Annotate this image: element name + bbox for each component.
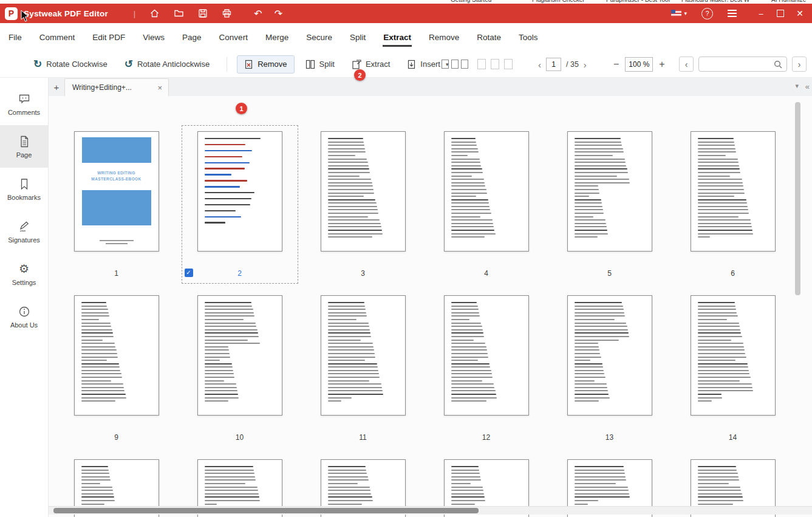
vertical-scrollbar[interactable] (795, 102, 800, 295)
menu-file[interactable]: File (8, 30, 22, 44)
page-thumbnail[interactable]: WRITING EDITINGMASTERCLASS-EBOOK (74, 131, 159, 252)
panel-collapse-icon[interactable]: ▾ (795, 82, 799, 90)
text-line (81, 353, 117, 354)
close-window-button[interactable]: ✕ (790, 4, 810, 23)
menu-rotate[interactable]: Rotate (476, 30, 502, 44)
zoom-out-icon[interactable]: − (613, 60, 619, 69)
page-cell[interactable]: 10 (178, 289, 301, 453)
page-thumbnail[interactable] (567, 295, 652, 416)
page-thumbnail[interactable] (321, 131, 406, 252)
text-line (81, 366, 120, 368)
menu-split[interactable]: Split (349, 30, 366, 44)
sidebar-item-page[interactable]: Page (0, 125, 48, 168)
page-thumbnail[interactable] (567, 131, 652, 252)
zoom-level[interactable]: 100 % (625, 57, 653, 72)
text-line (328, 387, 382, 388)
text-line (575, 504, 588, 505)
language-selector[interactable]: ▾ (671, 10, 687, 17)
zoom-in-icon[interactable]: + (659, 60, 664, 69)
text-line (328, 479, 369, 481)
page-cell[interactable]: 6 (671, 125, 794, 289)
page-cell[interactable]: 4 (425, 125, 548, 289)
minimize-button[interactable]: – (751, 4, 771, 23)
text-line (205, 466, 253, 467)
remove-button[interactable]: Remove (237, 55, 294, 74)
page-thumbnail[interactable] (691, 295, 776, 416)
document-tab[interactable]: Writing+Editing+... × (64, 78, 169, 96)
page-cell[interactable]: ✓2 (178, 125, 301, 289)
text-line (451, 326, 482, 327)
help-icon[interactable]: ? (701, 8, 713, 19)
text-line (451, 487, 483, 488)
thumbnail-size-small-toggle[interactable] (442, 60, 468, 69)
menu-comment[interactable]: Comment (39, 30, 76, 44)
page-cell[interactable]: 11 (301, 289, 425, 453)
menu-remove[interactable]: Remove (428, 30, 460, 44)
print-icon[interactable] (222, 4, 232, 23)
extract-button[interactable]: Extract (352, 60, 390, 69)
menu-tools[interactable]: Tools (518, 30, 539, 44)
sidebar-item-signatures[interactable]: Signatures (0, 210, 48, 253)
menu-merge[interactable]: Merge (265, 30, 289, 44)
sidebar-collapse-icon[interactable]: « (805, 82, 810, 91)
page-thumbnail[interactable] (197, 295, 282, 416)
sidebar-item-about-us[interactable]: About Us (0, 295, 48, 338)
text-line (328, 323, 369, 324)
sidebar-item-comments[interactable]: Comments (0, 83, 48, 125)
page-checkbox-icon[interactable]: ✓ (185, 269, 193, 277)
page-thumbnail[interactable] (691, 131, 776, 252)
menu-convert[interactable]: Convert (219, 30, 248, 44)
menu-page[interactable]: Page (182, 30, 202, 44)
text-line (205, 400, 228, 402)
text-line (328, 172, 370, 173)
text-line (698, 312, 737, 313)
page-cell[interactable]: 9 (55, 289, 178, 453)
find-next-button[interactable]: › (792, 56, 807, 72)
redo-icon[interactable]: ↷ (275, 4, 282, 23)
undo-icon[interactable]: ↶ (254, 4, 262, 23)
open-folder-icon[interactable] (174, 4, 184, 23)
next-page-icon[interactable]: › (584, 60, 587, 69)
page-cell[interactable]: WRITING EDITINGMASTERCLASS-EBOOK1 (55, 125, 178, 289)
page-thumbnail[interactable] (197, 131, 282, 252)
horizontal-scrollbar[interactable] (53, 508, 479, 513)
page-cell[interactable]: 13 (548, 289, 671, 453)
page-cell[interactable]: 5 (548, 125, 671, 289)
new-tab-button[interactable]: + (49, 79, 64, 96)
text-line (451, 346, 486, 348)
page-cell[interactable]: 3 (301, 125, 425, 289)
bookmark-fragment: Getting Started (451, 0, 491, 3)
sidebar-item-settings[interactable]: ⚙ Settings (0, 253, 48, 295)
text-line (205, 479, 256, 481)
page-cell[interactable]: 12 (425, 289, 548, 453)
rotate-clockwise-button[interactable]: ↻ Rotate Clockwise (33, 58, 107, 70)
hamburger-menu-icon[interactable] (728, 10, 737, 17)
menu-edit-pdf[interactable]: Edit PDF (92, 30, 126, 44)
search-input[interactable] (703, 58, 773, 71)
text-line (451, 226, 494, 227)
home-icon[interactable] (149, 4, 160, 23)
split-button[interactable]: Split (305, 60, 335, 69)
maximize-button[interactable] (771, 4, 790, 23)
page-thumbnail[interactable] (321, 295, 406, 416)
page-cell[interactable]: 14 (671, 289, 794, 453)
find-previous-button[interactable]: ‹ (679, 56, 694, 72)
rotate-anticlockwise-icon: ↺ (125, 58, 133, 70)
text-line (81, 476, 111, 478)
text-line (575, 487, 628, 488)
page-thumbnail[interactable] (444, 131, 529, 252)
menu-views[interactable]: Views (142, 30, 165, 44)
page-thumbnail[interactable] (444, 295, 529, 416)
page-thumbnail[interactable] (74, 295, 159, 416)
previous-page-icon[interactable]: ‹ (538, 60, 541, 69)
text-line (81, 397, 126, 399)
thumbnail-size-large-toggle[interactable] (477, 59, 513, 69)
page-number-input[interactable] (546, 58, 561, 71)
menu-extract[interactable]: Extract (383, 30, 412, 44)
close-tab-icon[interactable]: × (157, 83, 162, 92)
text-line (81, 336, 114, 337)
sidebar-item-bookmarks[interactable]: Bookmarks (0, 168, 48, 210)
rotate-anticlockwise-button[interactable]: ↺ Rotate Anticlockwise (125, 58, 210, 70)
save-icon[interactable] (198, 4, 208, 23)
menu-secure[interactable]: Secure (305, 30, 333, 44)
